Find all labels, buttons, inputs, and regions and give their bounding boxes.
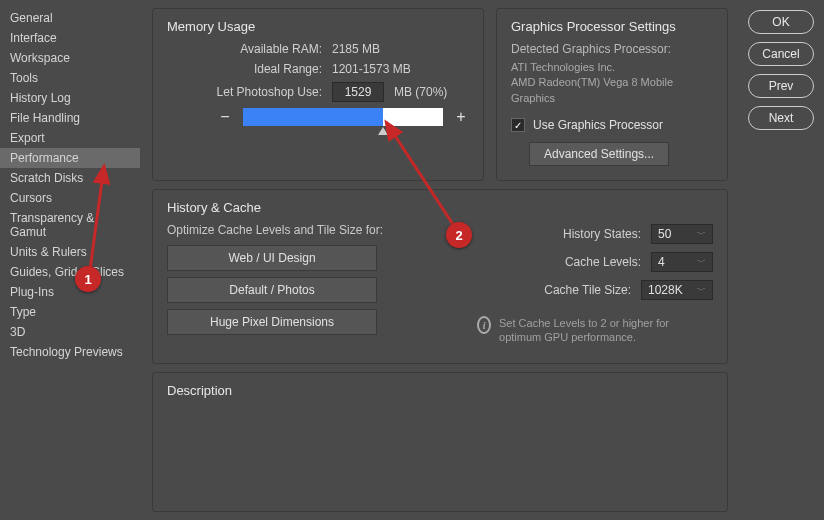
let-photoshop-use-label: Let Photoshop Use: bbox=[167, 85, 322, 99]
history-states-label: History States: bbox=[563, 227, 641, 241]
sidebar-item-technology-previews[interactable]: Technology Previews bbox=[0, 342, 140, 362]
memory-slider[interactable] bbox=[243, 108, 443, 126]
sidebar-item-guides-grid-slices[interactable]: Guides, Grid & Slices bbox=[0, 262, 140, 282]
cache-tile-size-select[interactable]: 1028K ﹀ bbox=[641, 280, 713, 300]
gpu-detected-label: Detected Graphics Processor: bbox=[511, 42, 713, 56]
sidebar-item-3d[interactable]: 3D bbox=[0, 322, 140, 342]
main-content: Memory Usage Available RAM: 2185 MB Idea… bbox=[140, 0, 740, 520]
cancel-button[interactable]: Cancel bbox=[748, 42, 814, 66]
memory-input[interactable] bbox=[332, 82, 384, 102]
ideal-range-value: 1201-1573 MB bbox=[332, 62, 411, 76]
chevron-down-icon: ﹀ bbox=[697, 256, 706, 269]
memory-slider-thumb[interactable] bbox=[378, 127, 388, 135]
use-gpu-label: Use Graphics Processor bbox=[533, 118, 663, 132]
chevron-down-icon: ﹀ bbox=[697, 284, 706, 297]
sidebar-item-cursors[interactable]: Cursors bbox=[0, 188, 140, 208]
use-gpu-checkbox[interactable]: ✓ bbox=[511, 118, 525, 132]
gpu-title: Graphics Processor Settings bbox=[511, 19, 713, 34]
gpu-info: ATI Technologies Inc. AMD Radeon(TM) Veg… bbox=[511, 60, 713, 106]
dialog-buttons: OK Cancel Prev Next bbox=[740, 0, 824, 520]
sidebar-item-file-handling[interactable]: File Handling bbox=[0, 108, 140, 128]
cache-levels-label: Cache Levels: bbox=[565, 255, 641, 269]
annotation-badge-1: 1 bbox=[75, 266, 101, 292]
preset-web-ui-button[interactable]: Web / UI Design bbox=[167, 245, 377, 271]
history-states-select[interactable]: 50 ﹀ bbox=[651, 224, 713, 244]
sidebar-item-export[interactable]: Export bbox=[0, 128, 140, 148]
sidebar-item-transparency-gamut[interactable]: Transparency & Gamut bbox=[0, 208, 140, 242]
sidebar-item-performance[interactable]: Performance bbox=[0, 148, 140, 168]
sidebar-item-tools[interactable]: Tools bbox=[0, 68, 140, 88]
next-button[interactable]: Next bbox=[748, 106, 814, 130]
ok-button[interactable]: OK bbox=[748, 10, 814, 34]
available-ram-value: 2185 MB bbox=[332, 42, 380, 56]
history-cache-title: History & Cache bbox=[167, 200, 407, 215]
cache-tile-size-label: Cache Tile Size: bbox=[544, 283, 631, 297]
preset-default-photos-button[interactable]: Default / Photos bbox=[167, 277, 377, 303]
memory-decrease-button[interactable]: − bbox=[217, 108, 233, 126]
advanced-settings-button[interactable]: Advanced Settings... bbox=[529, 142, 669, 166]
memory-usage-panel: Memory Usage Available RAM: 2185 MB Idea… bbox=[152, 8, 484, 181]
prev-button[interactable]: Prev bbox=[748, 74, 814, 98]
memory-slider-fill bbox=[243, 108, 383, 126]
annotation-badge-2: 2 bbox=[446, 222, 472, 248]
available-ram-label: Available RAM: bbox=[167, 42, 322, 56]
info-icon: i bbox=[477, 316, 491, 334]
preset-huge-pixel-button[interactable]: Huge Pixel Dimensions bbox=[167, 309, 377, 335]
sidebar-item-type[interactable]: Type bbox=[0, 302, 140, 322]
gpu-vendor: ATI Technologies Inc. bbox=[511, 60, 713, 75]
sidebar-item-scratch-disks[interactable]: Scratch Disks bbox=[0, 168, 140, 188]
ideal-range-label: Ideal Range: bbox=[167, 62, 322, 76]
history-cache-panel: History & Cache Optimize Cache Levels an… bbox=[152, 189, 728, 364]
cache-levels-select[interactable]: 4 ﹀ bbox=[651, 252, 713, 272]
preferences-sidebar: General Interface Workspace Tools Histor… bbox=[0, 0, 140, 520]
sidebar-item-general[interactable]: General bbox=[0, 8, 140, 28]
memory-suffix: MB (70%) bbox=[394, 85, 447, 99]
description-panel: Description bbox=[152, 372, 728, 512]
sidebar-item-units-rulers[interactable]: Units & Rulers bbox=[0, 242, 140, 262]
memory-increase-button[interactable]: + bbox=[453, 108, 469, 126]
gpu-model: AMD Radeon(TM) Vega 8 Mobile Graphics bbox=[511, 75, 713, 106]
sidebar-item-plug-ins[interactable]: Plug-Ins bbox=[0, 282, 140, 302]
cache-note: Set Cache Levels to 2 or higher for opti… bbox=[499, 316, 713, 345]
sidebar-item-history-log[interactable]: History Log bbox=[0, 88, 140, 108]
sidebar-item-interface[interactable]: Interface bbox=[0, 28, 140, 48]
gpu-panel: Graphics Processor Settings Detected Gra… bbox=[496, 8, 728, 181]
optimize-label: Optimize Cache Levels and Tile Size for: bbox=[167, 223, 407, 237]
memory-usage-title: Memory Usage bbox=[167, 19, 469, 34]
chevron-down-icon: ﹀ bbox=[697, 228, 706, 241]
sidebar-item-workspace[interactable]: Workspace bbox=[0, 48, 140, 68]
description-title: Description bbox=[167, 383, 713, 398]
